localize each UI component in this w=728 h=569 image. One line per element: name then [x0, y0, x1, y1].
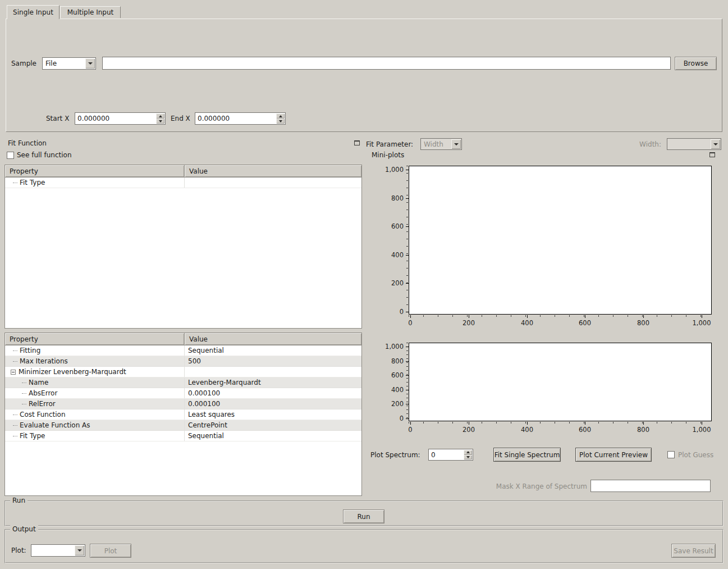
tree-branch-icon [13, 436, 17, 436]
x-tick-label: 200 [456, 319, 481, 327]
y-tick-label: 800 [368, 357, 409, 365]
run-button[interactable]: Run [343, 509, 384, 524]
value-column-header[interactable]: Value [185, 333, 361, 345]
bottom-plot-x-axis: 0 200 400 600 800 1,000 [409, 422, 712, 435]
tree-branch-icon [22, 393, 26, 394]
spin-down-icon[interactable] [276, 119, 285, 124]
value-column-header[interactable]: Value [185, 165, 361, 177]
tree-branch-icon [22, 404, 26, 404]
y-tick-label: 600 [368, 222, 409, 230]
y-tick-label: 0 [368, 308, 409, 316]
spin-up-icon[interactable] [276, 113, 285, 119]
end-x-label: End X [171, 115, 190, 123]
start-x-label: Start X [46, 115, 69, 123]
plot-current-preview-button[interactable]: Plot Current Preview [575, 448, 652, 462]
mini-plots-dock-title: Mini-plots [372, 151, 404, 160]
table-row[interactable]: AbsError 0.000100 [5, 388, 361, 399]
table-row[interactable]: Evaluate Function As CentrePoint [5, 420, 361, 431]
table-row[interactable]: Cost Function Least squares [5, 409, 361, 420]
spin-up-icon[interactable] [464, 450, 472, 455]
start-x-value: 0.000000 [77, 115, 109, 122]
browse-button[interactable]: Browse [675, 57, 717, 70]
x-tick-label: 0 [398, 426, 423, 434]
x-tick-label: 1,000 [689, 426, 714, 434]
fit-single-spectrum-button[interactable]: Fit Single Spectrum [493, 448, 561, 462]
sample-path-input[interactable] [102, 57, 671, 70]
end-x-spinner[interactable]: 0.000000 [195, 112, 286, 125]
tab-single-input-label: Single Input [13, 8, 53, 16]
fit-parameter-value: Width [424, 140, 443, 148]
x-tick-label: 400 [515, 319, 539, 327]
x-tick-label: 600 [573, 426, 597, 434]
top-plot-canvas [409, 166, 712, 315]
tree-branch-icon [22, 383, 26, 383]
output-plot-button[interactable]: Plot [90, 544, 131, 558]
table-header: Property Value [5, 333, 361, 345]
tab-single-input[interactable]: Single Input [7, 5, 59, 19]
y-tick-label: 400 [368, 251, 409, 259]
undock-icon[interactable] [354, 140, 360, 145]
plot-spectrum-spinner[interactable]: 0 [428, 449, 473, 461]
plot-spectrum-label: Plot Spectrum: [370, 451, 420, 459]
collapse-icon[interactable] [11, 370, 16, 375]
mask-x-range-label: Mask X Range of Spectrum [492, 482, 587, 491]
fit-parameter-select[interactable]: Width [420, 138, 462, 150]
chevron-down-icon[interactable] [75, 545, 84, 556]
sample-type-value: File [45, 60, 57, 67]
table-header: Property Value [5, 165, 361, 177]
tree-branch-icon [13, 350, 17, 351]
tab-multiple-input[interactable]: Multiple Input [60, 6, 121, 18]
fit-application-window: Single Input Multiple Input Sample File … [0, 0, 728, 569]
see-full-function-label: See full function [17, 151, 72, 160]
tab-multiple-input-label: Multiple Input [67, 8, 114, 16]
chevron-down-icon[interactable] [85, 58, 95, 69]
property-column-header[interactable]: Property [5, 333, 185, 345]
start-x-spinner[interactable]: 0.000000 [75, 112, 166, 125]
table-row[interactable]: Fit Type [5, 177, 361, 188]
width-select[interactable] [667, 138, 721, 150]
plot-spectrum-value: 0 [431, 451, 436, 459]
undock-icon[interactable] [709, 152, 715, 157]
y-tick-label: 200 [368, 279, 409, 287]
chevron-down-icon[interactable] [451, 139, 461, 149]
table-row[interactable]: Minimizer Levenberg-Marquardt [5, 367, 361, 377]
y-tick-label: 600 [368, 371, 409, 379]
fit-settings-table: Property Value Fitting Sequential Max It… [4, 333, 362, 496]
spin-down-icon[interactable] [156, 119, 164, 124]
x-tick-label: 400 [515, 426, 539, 434]
table-row[interactable]: Fit Type Sequential [5, 431, 361, 441]
x-tick-label: 1,000 [689, 319, 714, 327]
output-plot-select[interactable] [31, 544, 85, 557]
table-row[interactable]: RelError 0.000100 [5, 399, 361, 409]
x-tick-label: 600 [573, 319, 597, 327]
table-row[interactable]: Max Iterations 500 [5, 356, 361, 367]
width-label: Width: [634, 140, 661, 149]
fit-parameter-label: Fit Parameter: [366, 140, 413, 149]
x-tick-label: 200 [456, 426, 481, 434]
end-x-value: 0.000000 [198, 115, 230, 122]
output-plot-label: Plot: [11, 547, 26, 555]
chevron-down-icon[interactable] [711, 139, 720, 149]
y-tick-label: 800 [368, 194, 409, 202]
x-tick-label: 800 [631, 319, 656, 327]
y-tick-label: 1,000 [368, 166, 409, 174]
top-plot-y-axis: 1,000 800 600 400 200 0 [368, 166, 409, 315]
spin-up-icon[interactable] [156, 113, 164, 119]
bottom-plot-canvas [409, 343, 712, 421]
fit-function-table: Property Value Fit Type [4, 165, 362, 329]
sample-type-select[interactable]: File [42, 57, 96, 70]
table-row[interactable]: Name Levenberg-Marquardt [5, 377, 361, 388]
property-column-header[interactable]: Property [5, 165, 185, 177]
fit-function-dock-title: Fit Function [8, 139, 47, 148]
tree-branch-icon [13, 415, 17, 415]
see-full-function-checkbox[interactable] [7, 152, 14, 159]
mask-x-range-input[interactable] [590, 480, 711, 492]
save-result-button[interactable]: Save Result [671, 544, 716, 558]
x-tick-label: 0 [398, 319, 423, 327]
plot-guess-checkbox[interactable] [667, 451, 675, 458]
table-row[interactable]: Fitting Sequential [5, 345, 361, 356]
y-tick-label: 0 [368, 415, 409, 422]
spin-down-icon[interactable] [464, 455, 472, 460]
tree-branch-icon [13, 361, 17, 362]
tree-branch-icon [13, 183, 17, 183]
